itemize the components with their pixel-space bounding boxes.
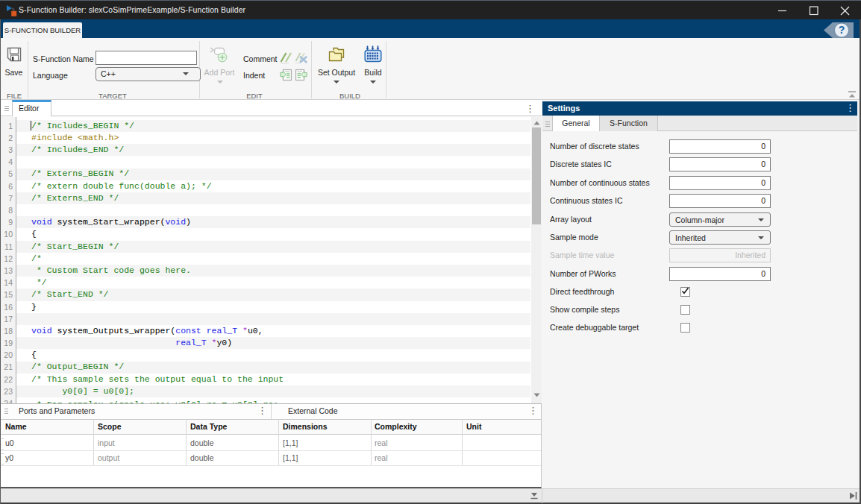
svg-text:?: ?	[839, 24, 845, 36]
